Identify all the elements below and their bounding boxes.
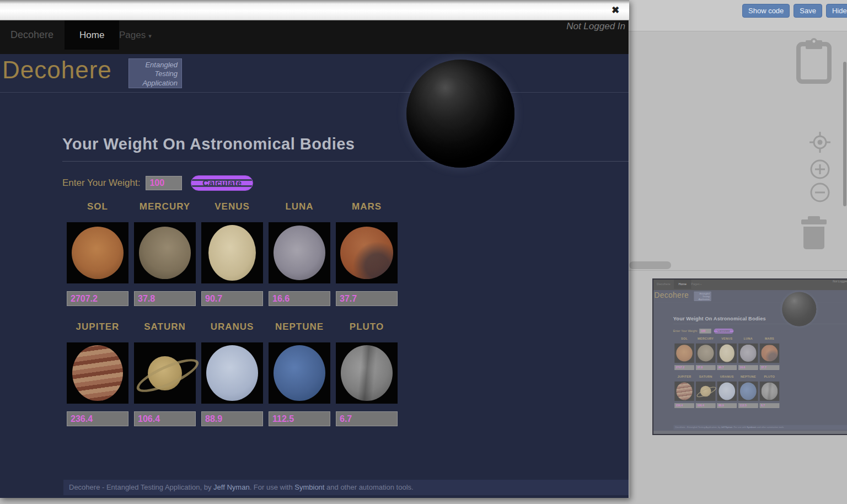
- chevron-down-icon: ▾: [148, 33, 152, 39]
- planet-label-mars: MARS: [336, 201, 398, 212]
- weight-output-mars[interactable]: 37.7: [336, 291, 398, 306]
- mars-sphere: [340, 227, 393, 279]
- weight-input[interactable]: [146, 176, 182, 190]
- planet-row-2: JUPITERSATURNURANUSNEPTUNEPLUTO 236.4106…: [67, 321, 404, 426]
- show-code-button[interactable]: Show code: [742, 4, 790, 18]
- vertical-scrollbar[interactable]: [843, 62, 846, 206]
- dark-planet-image: [406, 60, 514, 168]
- planet-image-mars: [336, 222, 398, 283]
- planet-image-luna: [269, 222, 330, 283]
- luna-sphere: [274, 226, 325, 280]
- planet-image-neptune: [269, 342, 330, 404]
- venus-sphere: [208, 225, 256, 281]
- save-button[interactable]: Save: [794, 4, 822, 18]
- app-badge: Entangled Testing Application: [128, 58, 182, 88]
- author-link[interactable]: Jeff Nyman: [213, 483, 250, 491]
- thumbnail-dim-overlay: [653, 280, 847, 434]
- planet-label-venus: VENUS: [201, 201, 263, 212]
- weight-output-mercury[interactable]: 37.8: [134, 291, 196, 306]
- title-divider: [62, 161, 629, 162]
- page-title: Your Weight On Astronomical Bodies: [62, 93, 629, 153]
- symbiont-link[interactable]: Symbiont: [294, 483, 324, 491]
- locate-icon[interactable]: [808, 131, 832, 154]
- page-footer: Decohere - Entangled Testing Application…: [0, 480, 629, 498]
- planet-label-sol: SOL: [67, 201, 128, 212]
- panel-divider: [629, 270, 847, 271]
- badge-line: Testing: [133, 69, 178, 78]
- weight-output-sol[interactable]: 2707.2: [67, 291, 128, 306]
- weight-label: Enter Your Weight:: [62, 178, 140, 189]
- pluto-sphere: [341, 345, 393, 401]
- decohere-page: Decohere Home Pages▾ Not Logged In Decoh…: [0, 20, 629, 498]
- page-content: Your Weight On Astronomical Bodies Enter…: [0, 93, 629, 480]
- horizontal-scrollbar[interactable]: [629, 261, 671, 269]
- hide-run-button[interactable]: Hide run: [826, 4, 847, 18]
- planet-image-saturn: [134, 342, 196, 404]
- nav-pages-label: Pages: [119, 30, 146, 40]
- zoom-out-icon[interactable]: [810, 182, 830, 203]
- mercury-sphere: [139, 227, 191, 279]
- login-status: Not Logged In: [566, 21, 625, 32]
- weight-output-jupiter[interactable]: 236.4: [67, 411, 128, 426]
- planet-image-jupiter: [67, 342, 128, 404]
- weight-output-neptune[interactable]: 112.5: [269, 411, 330, 426]
- planet-label-neptune: NEPTUNE: [269, 321, 330, 333]
- navbar-brand[interactable]: Decohere: [10, 20, 53, 50]
- page-header: Decohere Entangled Testing Application: [0, 54, 629, 93]
- weight-output-pluto[interactable]: 6.7: [336, 411, 398, 426]
- footer-text: Decohere - Entangled Testing Application…: [63, 480, 629, 495]
- weight-output-luna[interactable]: 16.6: [269, 291, 330, 306]
- trash-icon[interactable]: [800, 216, 828, 250]
- planet-label-luna: LUNA: [269, 201, 330, 212]
- saturn-sphere: [148, 356, 182, 390]
- app-modal: ✖ Decohere Home Pages▾ Not Logged In Dec…: [0, 0, 629, 498]
- neptune-sphere: [274, 345, 325, 401]
- modal-titlebar: ✖: [0, 0, 629, 20]
- planet-image-sol: [67, 222, 128, 283]
- planet-label-uranus: URANUS: [201, 321, 263, 333]
- weight-output-venus[interactable]: 90.7: [201, 291, 263, 306]
- sol-sphere: [72, 227, 124, 279]
- footer-prefix: Decohere - Entangled Testing Application…: [69, 483, 213, 491]
- planet-image-venus: [201, 222, 263, 283]
- close-icon[interactable]: ✖: [609, 4, 621, 17]
- weight-form: Enter Your Weight: Calculate: [62, 175, 629, 191]
- logo-text: Decohere: [2, 56, 112, 84]
- weight-output-uranus[interactable]: 88.9: [201, 411, 263, 426]
- navbar: Decohere Home Pages▾ Not Logged In: [0, 20, 629, 54]
- calculate-button[interactable]: Calculate: [191, 175, 253, 191]
- planet-label-saturn: SATURN: [134, 321, 196, 333]
- clipboard-icon[interactable]: [796, 37, 832, 85]
- footer-suffix: and other automation tools.: [324, 483, 413, 491]
- footer-mid: . For use with: [250, 483, 295, 491]
- uranus-sphere: [206, 345, 258, 401]
- nav-item-home[interactable]: Home: [65, 20, 119, 50]
- zoom-in-icon[interactable]: [810, 159, 830, 180]
- planet-label-pluto: PLUTO: [336, 321, 398, 333]
- planet-row-1: SOLMERCURYVENUSLUNAMARS 2707.237.890.716…: [67, 201, 404, 306]
- badge-line: Application: [133, 79, 178, 88]
- planet-image-pluto: [336, 342, 398, 404]
- planet-label-jupiter: JUPITER: [67, 321, 128, 333]
- badge-line: Entangled: [133, 61, 178, 69]
- jupiter-sphere: [72, 345, 123, 401]
- nav-item-pages[interactable]: Pages▾: [119, 20, 152, 50]
- planet-label-mercury: MERCURY: [134, 201, 196, 212]
- planet-image-mercury: [134, 222, 196, 283]
- runner-buttons: Show code Save Hide run: [742, 4, 847, 18]
- planet-image-uranus: [201, 342, 263, 404]
- weight-output-saturn[interactable]: 106.4: [134, 411, 196, 426]
- page-preview-thumbnail[interactable]: Decohere Home Pages▾ Not Logged In Decoh…: [652, 278, 847, 435]
